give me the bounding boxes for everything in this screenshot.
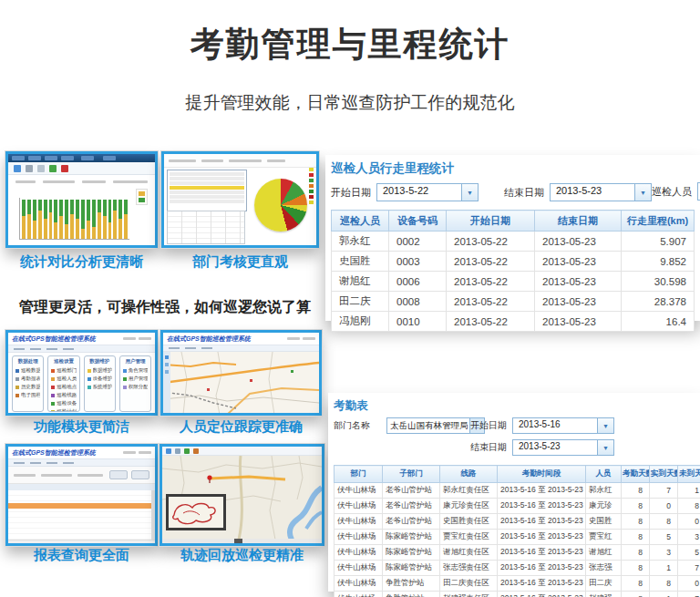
- module-item-icon: [15, 386, 19, 389]
- legend-chip: [139, 198, 145, 202]
- table-row[interactable]: 伏牛山林场陈家峪管护站谢旭红责任区2013-5-16 至 2013-5-23谢旭…: [335, 545, 700, 561]
- table-cell: 0006: [389, 272, 447, 292]
- menu-item: [14, 348, 25, 350]
- column-header: 线路: [440, 466, 498, 483]
- module-item[interactable]: 巡检地点: [51, 384, 76, 390]
- table-row[interactable]: 冯旭刚00102013-05-222013-05-2316.4: [332, 312, 695, 332]
- app-title: 在线式GPS智能巡检管理系统: [167, 335, 251, 344]
- menu-item: [169, 347, 180, 349]
- module-item-label: 电子围栏: [21, 392, 40, 398]
- text-line: [82, 180, 106, 183]
- stacked-bar: [65, 198, 68, 239]
- module-item[interactable]: 权限分配: [123, 384, 148, 390]
- module-item[interactable]: 数据维护: [88, 367, 112, 374]
- table-row[interactable]: 谢旭红00062013-05-222013-05-2330.598: [332, 272, 695, 292]
- module-item-label: 巡检地点: [57, 384, 76, 390]
- table-row[interactable]: 伏牛山林场陈家峪管护站张志强责任区2013-5-16 至 2013-5-23张志…: [335, 561, 700, 576]
- table-row[interactable]: 郭永红00022013-05-222013-05-235.907: [332, 232, 695, 252]
- module-panel: 数据处理巡检数据考勤报表历史数据电子围栏: [12, 355, 44, 412]
- module-item[interactable]: 角色管理: [123, 367, 148, 374]
- module-item[interactable]: 巡检部门: [51, 367, 76, 374]
- table-cell: 2013-05-23: [535, 292, 622, 312]
- table-row[interactable]: 伏牛山林场陈家峪管护站贾宝红责任区2013-5-16 至 2013-5-23贾宝…: [335, 530, 700, 545]
- table-row[interactable]: 伏牛山林场老爷山管护站康元珍责任区2013-5-16 至 2013-5-23康元…: [335, 499, 700, 514]
- table-cell: 陈家峪管护站: [383, 561, 440, 576]
- dropdown-arrow-icon[interactable]: ▼: [597, 418, 613, 433]
- table-cell: 田二庆: [586, 576, 622, 592]
- list-item: [170, 190, 244, 194]
- module-item-icon: [51, 377, 55, 381]
- start-date-select[interactable]: 2013-5-22 ▼: [376, 183, 479, 201]
- attendance-panel-title: 考勤表: [334, 398, 695, 414]
- end-date-label: 结束日期: [504, 186, 544, 200]
- module-item[interactable]: 考勤报表: [15, 376, 40, 382]
- caption-tracking: 人员定位跟踪更准确: [160, 418, 322, 436]
- module-item[interactable]: 电子围栏: [15, 392, 40, 398]
- table-cell: 张志强责任区: [440, 561, 498, 576]
- table-cell: 谢旭红: [332, 272, 389, 292]
- table-cell: 2013-5-16 至 2013-5-23: [498, 499, 586, 514]
- module-item[interactable]: 巡检计划: [51, 408, 76, 412]
- menu-bar: [8, 345, 155, 353]
- table-cell: 陈家峪管护站: [383, 530, 440, 545]
- module-item[interactable]: 巡检数据: [15, 367, 40, 374]
- table-cell: 贾宝红: [586, 530, 622, 545]
- toolbar-icon: [26, 165, 33, 172]
- module-item-label: 系统维护: [93, 384, 112, 390]
- module-item-icon: [51, 369, 55, 373]
- text-line: [123, 337, 136, 340]
- table-cell: 0: [678, 576, 700, 592]
- scrollbar: [151, 490, 155, 540]
- table-row[interactable]: 伏牛山林场争胜管护站赵建强责任区2013-5-16 至 2013-5-23赵建强…: [335, 592, 700, 597]
- dropdown-arrow-icon[interactable]: ▼: [461, 184, 478, 201]
- text-line: [41, 474, 72, 477]
- mini-table: [167, 211, 245, 244]
- module-item-label: 权限分配: [129, 384, 148, 390]
- table-row[interactable]: 史国胜00032013-05-222013-05-239.852: [332, 252, 695, 272]
- module-panel-group: 数据处理巡检数据考勤报表历史数据电子围栏巡检设置巡检部门巡检人员巡检地点巡检线路…: [8, 353, 155, 415]
- column-header: 巡检人员: [332, 211, 389, 232]
- department-input[interactable]: 太岳山国有林管理局: [386, 417, 470, 434]
- slider-knob: [234, 539, 242, 543]
- table-cell: 7: [678, 592, 700, 597]
- status-bar: [8, 540, 155, 546]
- stacked-bar: [59, 198, 63, 239]
- module-item-label: 巡检人员: [57, 376, 76, 382]
- end-date-filter: 结束日期 2013-5-23 ▼: [470, 439, 614, 456]
- pie-legend: [309, 168, 314, 204]
- table-cell: 7: [678, 561, 700, 576]
- module-item[interactable]: 巡检设备: [51, 400, 76, 407]
- dropdown-arrow-icon[interactable]: ▼: [597, 440, 613, 455]
- module-item[interactable]: 历史数据: [15, 384, 40, 390]
- module-item-icon: [51, 402, 55, 406]
- table-row[interactable]: 伏牛山林场老爷山管护站郭永红责任区2013-5-16 至 2013-5-23郭永…: [335, 483, 700, 499]
- table-row[interactable]: 伏牛山林场老爷山管护站史国胜责任区2013-5-16 至 2013-5-23史国…: [335, 514, 700, 530]
- column-header: 结束日期: [535, 211, 622, 232]
- table-cell: 5.907: [622, 232, 695, 252]
- table-row[interactable]: 伏牛山林场争胜管护站田二庆责任区2013-5-16 至 2013-5-23田二庆…: [335, 576, 700, 592]
- table-cell: 1: [678, 483, 700, 499]
- module-item-icon: [15, 369, 19, 373]
- module-item[interactable]: 设备维护: [88, 376, 112, 382]
- end-date-select[interactable]: 2013-5-23 ▼: [550, 183, 652, 201]
- stacked-bar: [124, 198, 128, 239]
- table-row[interactable]: 田二庆00082013-05-222013-05-2328.378: [332, 292, 695, 312]
- pie-chart: [254, 179, 307, 232]
- module-item[interactable]: 巡检线路: [51, 392, 76, 398]
- start-date-select[interactable]: 2013-5-16 ▼: [512, 417, 614, 434]
- module-item[interactable]: 系统维护: [88, 384, 112, 390]
- menu-bar: [8, 459, 155, 467]
- table-cell: 赵建强责任区: [440, 592, 498, 597]
- module-item[interactable]: 巡检人员: [51, 376, 76, 382]
- legend-chip: [309, 179, 314, 182]
- module-panel-header: 巡检设置: [48, 356, 78, 365]
- menu-item: [201, 347, 212, 349]
- module-item[interactable]: 用户管理: [123, 376, 148, 382]
- table-cell: 郭永红: [332, 232, 389, 252]
- menu-item: [63, 462, 74, 464]
- legend-chip: [309, 173, 314, 177]
- module-item-icon: [123, 377, 127, 381]
- column-header: 设备号码: [389, 211, 447, 232]
- end-date-select[interactable]: 2013-5-23 ▼: [512, 439, 614, 456]
- dropdown-arrow-icon[interactable]: ▼: [634, 184, 651, 201]
